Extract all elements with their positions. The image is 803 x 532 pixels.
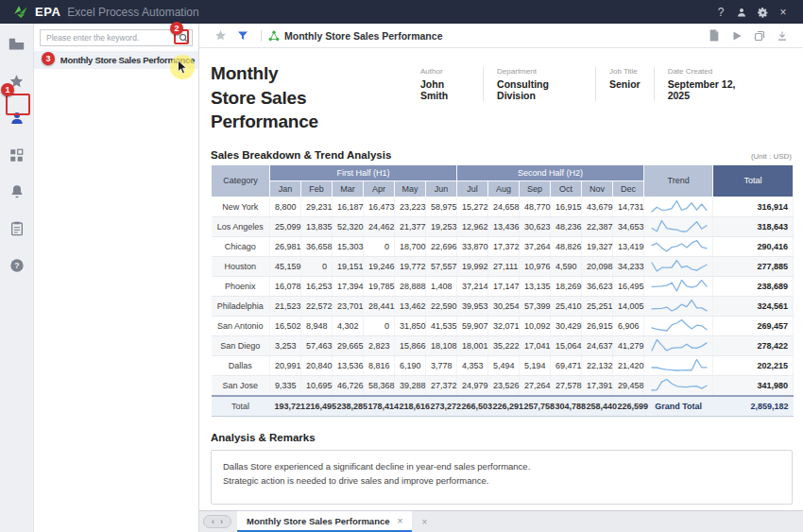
month-value-cell: 57,557 xyxy=(426,256,457,276)
tab-monthly-store-sales[interactable]: Monthly Store Sales Performance × xyxy=(237,511,412,532)
month-value-cell: 6,906 xyxy=(613,316,644,335)
col-header-month: Jun xyxy=(426,180,457,197)
table-row: Chicago26,98136,65815,303018,70022,69633… xyxy=(212,236,794,256)
month-value-cell: 17,394 xyxy=(333,276,364,296)
month-value-cell: 31,850 xyxy=(395,316,426,335)
help-circle-icon[interactable]: ? xyxy=(8,256,26,275)
help-icon[interactable]: ? xyxy=(710,6,731,19)
report-view: Monthly Store Sales Performance Author J… xyxy=(199,48,803,510)
month-value-cell: 27,264 xyxy=(520,375,551,396)
month-value-cell: 57,463 xyxy=(301,335,333,355)
table-row: San Diego3,25357,46329,6652,82315,86618,… xyxy=(212,335,794,355)
month-value-cell: 14,005 xyxy=(613,296,644,316)
trend-sparkline xyxy=(649,356,709,373)
month-value-cell: 13,536 xyxy=(333,355,364,375)
trend-sparkline xyxy=(649,297,709,314)
run-play-icon[interactable] xyxy=(726,30,748,42)
month-total-cell: 266,503 xyxy=(457,396,488,417)
month-value-cell: 5,194 xyxy=(520,355,551,375)
month-value-cell: 30,429 xyxy=(551,316,582,335)
month-value-cell: 8,948 xyxy=(301,316,333,335)
month-value-cell: 45,159 xyxy=(270,256,301,276)
month-value-cell: 48,236 xyxy=(551,216,582,236)
month-value-cell: 19,246 xyxy=(364,256,395,276)
month-value-cell: 20,840 xyxy=(301,355,333,375)
month-value-cell: 37,264 xyxy=(520,236,551,256)
table-row: Dallas20,99120,84013,5368,8166,1903,7784… xyxy=(212,355,794,375)
month-value-cell: 32,071 xyxy=(488,316,520,335)
month-value-cell: 27,578 xyxy=(551,375,582,396)
month-value-cell: 13,835 xyxy=(301,216,333,236)
tab-label: Monthly Store Sales Performance xyxy=(247,516,390,526)
trend-sparkline xyxy=(649,277,709,294)
col-header-total: Total xyxy=(713,164,794,197)
col-header-month: May xyxy=(395,180,426,197)
apps-grid-icon[interactable] xyxy=(8,146,26,164)
month-total-cell: 238,285 xyxy=(333,396,364,417)
clipboard-icon[interactable] xyxy=(8,219,26,238)
month-value-cell: 27,111 xyxy=(488,256,520,276)
grand-total-label: Grand Total xyxy=(644,396,713,417)
row-total-cell: 318,643 xyxy=(713,216,794,236)
month-value-cell: 16,915 xyxy=(551,197,582,216)
search-input[interactable] xyxy=(46,33,179,43)
remarks-box: Dallas Store experienced a significant d… xyxy=(211,450,793,505)
month-value-cell: 4,590 xyxy=(551,256,582,276)
month-value-cell: 48,826 xyxy=(551,236,582,256)
col-header-month: Dec xyxy=(613,180,644,197)
month-value-cell: 6,190 xyxy=(395,355,426,375)
section-title: Sales Breakdown & Trend Analysis xyxy=(211,149,391,161)
favorite-star-icon[interactable] xyxy=(209,29,231,42)
tab-nav-pill[interactable]: ‹ › xyxy=(203,515,231,528)
row-category: San Antonio xyxy=(212,316,270,335)
settings-gear-icon[interactable] xyxy=(752,5,773,18)
month-total-cell: 216,495 xyxy=(301,396,333,417)
trend-sparkline xyxy=(649,217,709,234)
month-value-cell: 29,665 xyxy=(333,335,364,355)
col-header-month: Oct xyxy=(551,180,582,197)
month-value-cell: 19,151 xyxy=(333,256,364,276)
total-row: Total193,721216,495238,285178,414218,616… xyxy=(212,396,794,417)
filter-funnel-icon[interactable] xyxy=(231,30,254,42)
tab-nav-prev-icon[interactable]: ‹ xyxy=(212,517,214,526)
month-value-cell: 24,658 xyxy=(488,197,520,216)
sales-table: CategoryFirst Half (H1)Second Half (H2)T… xyxy=(211,164,794,418)
row-category: Chicago xyxy=(212,236,270,256)
extra-close-icon[interactable]: × xyxy=(421,517,427,527)
month-value-cell: 39,288 xyxy=(395,375,426,396)
row-total-cell: 269,457 xyxy=(713,316,794,335)
month-value-cell: 16,473 xyxy=(364,197,395,216)
close-icon[interactable]: × xyxy=(773,6,794,19)
month-value-cell: 10,695 xyxy=(301,375,333,396)
folder-icon[interactable] xyxy=(8,35,26,54)
month-total-cell: 273,272 xyxy=(426,396,457,417)
annotation-step-3-badge: 3 xyxy=(42,52,55,65)
month-value-cell: 17,041 xyxy=(520,335,551,355)
row-category: Dallas xyxy=(212,355,270,375)
month-value-cell: 37,214 xyxy=(457,276,488,296)
month-value-cell: 19,253 xyxy=(426,216,457,236)
tab-nav-next-icon[interactable]: › xyxy=(220,517,223,526)
trend-sparkline xyxy=(649,237,709,254)
download-icon[interactable] xyxy=(771,30,794,42)
user-icon[interactable] xyxy=(731,6,752,19)
month-value-cell: 16,187 xyxy=(333,197,364,216)
month-value-cell: 28,888 xyxy=(395,276,426,296)
month-value-cell: 19,992 xyxy=(457,256,488,276)
month-value-cell: 30,254 xyxy=(488,296,520,316)
month-value-cell: 23,223 xyxy=(395,197,426,216)
tab-close-icon[interactable]: × xyxy=(398,516,403,526)
col-header-month: Feb xyxy=(301,180,333,197)
month-value-cell: 34,653 xyxy=(613,216,644,236)
trend-cell xyxy=(644,197,713,216)
month-value-cell: 29,458 xyxy=(613,375,644,396)
document-icon[interactable] xyxy=(703,29,726,42)
mouse-cursor-icon xyxy=(177,60,189,75)
table-row: Phoenix16,07816,25317,39419,78528,8881,4… xyxy=(212,276,794,296)
meta-author: Author John Smith xyxy=(407,67,483,101)
row-category: San Diego xyxy=(212,335,270,355)
copy-icon[interactable] xyxy=(748,30,771,42)
month-value-cell: 20,991 xyxy=(270,355,301,375)
table-row: Philadelphia21,52322,57223,70128,44113,4… xyxy=(212,296,794,316)
bell-icon[interactable] xyxy=(8,182,26,201)
